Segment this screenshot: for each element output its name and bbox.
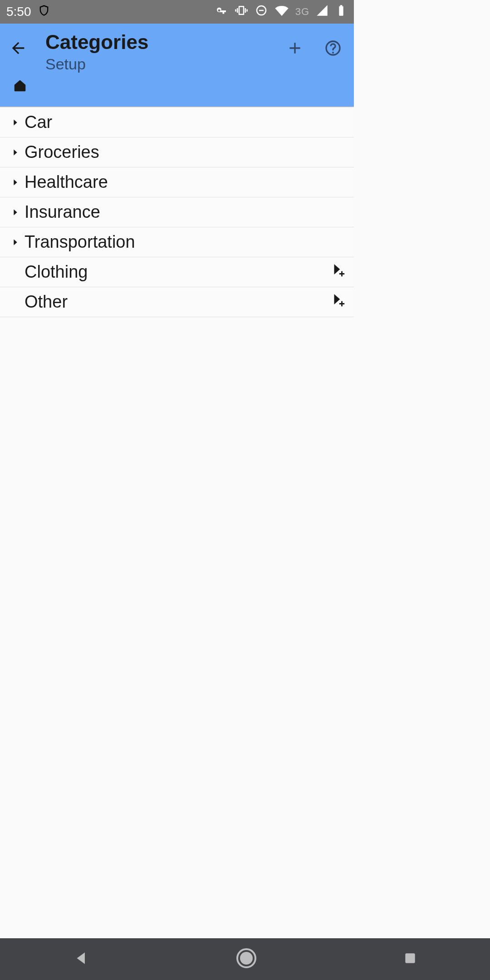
battery-icon xyxy=(335,4,348,20)
help-button[interactable] xyxy=(324,39,342,59)
category-row[interactable]: Transportation xyxy=(0,227,354,257)
expand-icon[interactable] xyxy=(6,177,24,187)
category-label: Car xyxy=(24,113,348,132)
category-row[interactable]: Other xyxy=(0,287,354,317)
wifi-icon xyxy=(274,3,289,21)
category-label: Transportation xyxy=(24,232,348,252)
home-breadcrumb-icon[interactable] xyxy=(13,87,27,94)
expand-icon[interactable] xyxy=(6,207,24,217)
category-label: Groceries xyxy=(24,142,348,162)
add-subcategory-icon[interactable] xyxy=(330,262,348,282)
category-row[interactable]: Groceries xyxy=(0,137,354,167)
page-subtitle: Setup xyxy=(45,55,286,73)
signal-icon xyxy=(316,4,328,20)
do-not-disturb-icon xyxy=(255,4,268,20)
back-button[interactable] xyxy=(9,30,27,59)
category-row[interactable]: Car xyxy=(0,108,354,137)
expand-icon[interactable] xyxy=(6,118,24,127)
category-row[interactable]: Insurance xyxy=(0,197,354,227)
app-bar: Categories Setup xyxy=(0,24,354,107)
add-button[interactable] xyxy=(286,39,304,59)
category-list: CarGroceriesHealthcareInsuranceTransport… xyxy=(0,108,354,317)
status-clock: 5:50 xyxy=(6,5,31,19)
category-label: Healthcare xyxy=(24,172,348,192)
network-type-label: 3G xyxy=(295,6,309,18)
category-label: Other xyxy=(24,292,330,312)
category-label: Insurance xyxy=(24,202,348,222)
expand-icon[interactable] xyxy=(6,147,24,157)
category-row[interactable]: Healthcare xyxy=(0,167,354,197)
category-label: Clothing xyxy=(24,262,330,282)
expand-icon[interactable] xyxy=(6,237,24,247)
vibrate-icon xyxy=(235,4,248,20)
shield-icon xyxy=(38,4,50,20)
vpn-key-icon xyxy=(215,4,228,20)
status-bar: 5:50 3G xyxy=(0,0,354,24)
category-row[interactable]: Clothing xyxy=(0,257,354,287)
add-subcategory-icon[interactable] xyxy=(330,292,348,312)
page-title: Categories xyxy=(45,31,286,54)
